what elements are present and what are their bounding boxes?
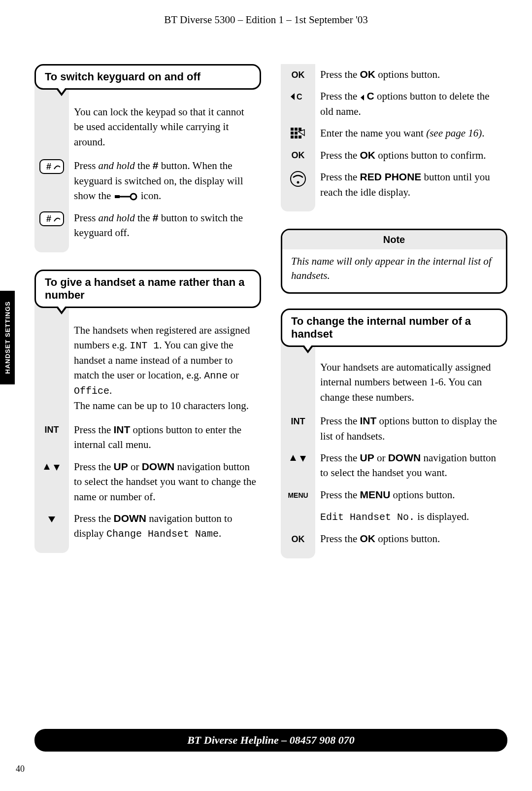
up-down-arrow-icon bbox=[281, 450, 315, 465]
red-phone-icon bbox=[281, 170, 315, 187]
page: BT Diverse 5300 – Edition 1 – 1st Septem… bbox=[0, 0, 532, 791]
callout-title: To give a handset a name rather than a n… bbox=[45, 276, 245, 301]
blank-icon bbox=[281, 509, 315, 524]
step-text: Press the INT options button to display … bbox=[315, 413, 507, 444]
key-lock-icon bbox=[114, 193, 138, 201]
step-text: Enter the name you want (see page 16). bbox=[315, 126, 507, 140]
step-updown: Press the UP or DOWN navigation button t… bbox=[281, 450, 507, 481]
keypad-icon bbox=[281, 126, 315, 140]
section1-intro: You can lock the keypad so that it canno… bbox=[34, 90, 261, 158]
step-text: Press the DOWN navigation button to disp… bbox=[69, 511, 261, 541]
step-text: Press the OK options button to confirm. bbox=[315, 148, 507, 163]
section-keyguard: To switch keyguard on and off You can lo… bbox=[34, 64, 261, 252]
svg-marker-10 bbox=[291, 93, 295, 100]
step-text: Press the C options button to delete the… bbox=[315, 89, 507, 119]
section3-intro: Your handsets are automatically assigned… bbox=[281, 347, 507, 413]
page-header: BT Diverse 5300 – Edition 1 – 1st Septem… bbox=[0, 0, 532, 26]
int-label-icon: INT bbox=[281, 413, 315, 428]
step-menu: MENU Press the MENU options button. bbox=[281, 487, 507, 502]
hash-key-icon: # bbox=[34, 210, 69, 226]
svg-rect-2 bbox=[115, 195, 120, 198]
int-label-icon: INT bbox=[34, 422, 69, 437]
section2-intro: The handsets when registered are assigne… bbox=[34, 308, 261, 422]
step-ok: OK Press the OK options button. bbox=[281, 531, 507, 546]
right-column: OK Press the OK options button. C bbox=[281, 64, 507, 576]
svg-rect-13 bbox=[291, 128, 294, 131]
back-c-icon: C bbox=[281, 89, 315, 103]
note-box: Note This name will only appear in the i… bbox=[281, 229, 507, 294]
svg-rect-17 bbox=[295, 132, 298, 135]
step-text: Press the UP or DOWN navigation button t… bbox=[315, 450, 507, 481]
callout-title: To switch keyguard on and off bbox=[45, 70, 200, 83]
section-name-continued: OK Press the OK options button. C bbox=[281, 64, 507, 211]
callout-title: To change the internal number of a hands… bbox=[291, 315, 471, 340]
svg-text:#: # bbox=[46, 162, 51, 172]
svg-point-4 bbox=[131, 194, 136, 200]
step-text: Press the RED PHONE button until you rea… bbox=[315, 170, 507, 200]
step-text: Press the MENU options button. bbox=[315, 487, 507, 502]
svg-rect-20 bbox=[299, 136, 301, 138]
down-arrow-icon bbox=[34, 511, 69, 526]
page-number: 40 bbox=[16, 764, 25, 774]
svg-rect-18 bbox=[291, 136, 294, 138]
ok-label-icon: OK bbox=[281, 67, 315, 82]
step-updown: Press the UP or DOWN navigation button t… bbox=[34, 459, 261, 504]
menu-label-icon: MENU bbox=[281, 487, 315, 502]
svg-rect-19 bbox=[295, 136, 298, 138]
step-text: Press and hold the # button. When the ke… bbox=[69, 158, 261, 203]
svg-marker-25 bbox=[300, 456, 306, 462]
callout-change-number: To change the internal number of a hands… bbox=[281, 309, 507, 347]
content-columns: To switch keyguard on and off You can lo… bbox=[34, 64, 507, 576]
svg-marker-7 bbox=[44, 464, 50, 470]
callout-name-handset: To give a handset a name rather than a n… bbox=[34, 270, 261, 308]
footer-helpline: BT Diverse Helpline – 08457 908 070 bbox=[34, 729, 507, 752]
svg-rect-16 bbox=[291, 132, 294, 135]
svg-text:C: C bbox=[297, 93, 302, 101]
step-text: Press and hold the # button to switch th… bbox=[69, 210, 261, 241]
step-text: Press the OK options button. bbox=[315, 531, 507, 546]
svg-rect-15 bbox=[299, 128, 301, 131]
svg-text:#: # bbox=[46, 214, 51, 224]
ok-label-icon: OK bbox=[281, 531, 315, 546]
svg-point-22 bbox=[291, 172, 305, 186]
side-tab: HANDSET SETTINGS bbox=[0, 291, 15, 384]
step-int: INT Press the INT options button to disp… bbox=[281, 413, 507, 444]
svg-rect-14 bbox=[295, 128, 298, 131]
step-text: Press the OK options button. bbox=[315, 67, 507, 82]
side-tab-label: HANDSET SETTINGS bbox=[4, 301, 11, 374]
step-ok1: OK Press the OK options button. bbox=[281, 67, 507, 82]
hash-key-icon: # bbox=[34, 158, 69, 174]
step-keypad: Enter the name you want (see page 16). bbox=[281, 126, 507, 140]
left-column: To switch keyguard on and off You can lo… bbox=[34, 64, 261, 576]
step-hash-off: # Press and hold the # button to switch … bbox=[34, 210, 261, 241]
note-title: Note bbox=[282, 230, 506, 249]
step-text: Press the UP or DOWN navigation button t… bbox=[69, 459, 261, 504]
svg-marker-12 bbox=[361, 95, 364, 101]
svg-marker-8 bbox=[54, 465, 60, 471]
step-hash-on: # Press and hold the # button. When the … bbox=[34, 158, 261, 203]
up-down-arrow-icon bbox=[34, 459, 69, 474]
step-int: INT Press the INT options button to ente… bbox=[34, 422, 261, 452]
step-c: C Press the C options button to delete t… bbox=[281, 89, 507, 119]
svg-marker-9 bbox=[48, 516, 55, 522]
step-display: Edit Handset No. is displayed. bbox=[281, 509, 507, 524]
svg-point-23 bbox=[297, 181, 299, 184]
step-text: Edit Handset No. is displayed. bbox=[315, 509, 507, 524]
step-ok2: OK Press the OK options button to confir… bbox=[281, 148, 507, 163]
section-change-number: To change the internal number of a hands… bbox=[281, 309, 507, 558]
callout-keyguard: To switch keyguard on and off bbox=[34, 64, 261, 90]
step-redphone: Press the RED PHONE button until you rea… bbox=[281, 170, 507, 200]
step-text: Press the INT options button to enter th… bbox=[69, 422, 261, 452]
svg-marker-24 bbox=[290, 455, 296, 461]
section-name-handset: To give a handset a name rather than a n… bbox=[34, 270, 261, 553]
note-body: This name will only appear in the intern… bbox=[282, 249, 506, 285]
step-down: Press the DOWN navigation button to disp… bbox=[34, 511, 261, 541]
ok-label-icon: OK bbox=[281, 148, 315, 163]
